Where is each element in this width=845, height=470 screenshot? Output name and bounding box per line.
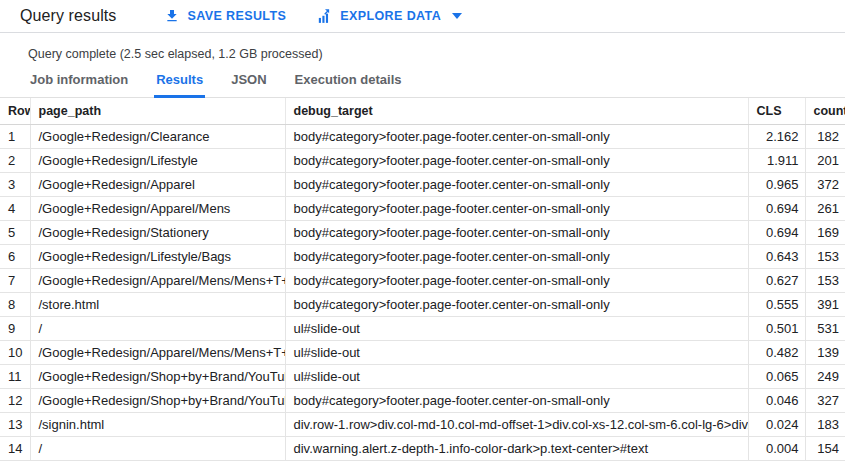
cell-cls: 0.024	[748, 412, 805, 436]
cell-row: 10	[0, 340, 30, 364]
cell-count: 391	[805, 292, 845, 316]
cell-row: 8	[0, 292, 30, 316]
cell-debug-target: div.warning.alert.z-depth-1.info-color-d…	[285, 436, 748, 460]
table-row: 6/Google+Redesign/Lifestyle/Bagsbody#cat…	[0, 244, 845, 268]
cell-row: 7	[0, 268, 30, 292]
cell-row: 11	[0, 364, 30, 388]
cell-count: 182	[805, 124, 845, 148]
table-row: 8/store.htmlbody#category>footer.page-fo…	[0, 292, 845, 316]
query-status-text: Query complete (2.5 sec elapsed, 1.2 GB …	[28, 47, 845, 61]
cell-cls: 0.482	[748, 340, 805, 364]
cell-debug-target: body#category>footer.page-footer.center-…	[285, 196, 748, 220]
results-table-body: 1/Google+Redesign/Clearancebody#category…	[0, 124, 845, 460]
cell-row: 6	[0, 244, 30, 268]
cell-cls: 1.911	[748, 148, 805, 172]
cell-count: 169	[805, 220, 845, 244]
cell-page-path: /Google+Redesign/Shop+by+Brand/YouTube	[30, 364, 285, 388]
table-row: 13/signin.htmldiv.row-1.row>div.col-md-1…	[0, 412, 845, 436]
cell-count: 139	[805, 340, 845, 364]
cell-count: 261	[805, 196, 845, 220]
cell-page-path: /store.html	[30, 292, 285, 316]
cell-debug-target: body#category>footer.page-footer.center-…	[285, 172, 748, 196]
cell-row: 1	[0, 124, 30, 148]
cell-debug-target: div.row-1.row>div.col-md-10.col-md-offse…	[285, 412, 748, 436]
tab-job-information[interactable]: Job information	[28, 72, 130, 98]
cell-page-path: /Google+Redesign/Apparel	[30, 172, 285, 196]
cell-count: 153	[805, 268, 845, 292]
save-results-label: SAVE RESULTS	[187, 9, 286, 23]
cell-cls: 0.965	[748, 172, 805, 196]
cell-page-path: /Google+Redesign/Lifestyle	[30, 148, 285, 172]
table-row: 9/ul#slide-out0.501531	[0, 316, 845, 340]
cell-debug-target: ul#slide-out	[285, 364, 748, 388]
cell-cls: 0.643	[748, 244, 805, 268]
cell-cls: 0.501	[748, 316, 805, 340]
results-tab-bar: Job information Results JSON Execution d…	[0, 72, 845, 98]
cell-cls: 0.694	[748, 220, 805, 244]
tab-json[interactable]: JSON	[229, 72, 268, 98]
cell-row: 3	[0, 172, 30, 196]
table-row: 12/Google+Redesign/Shop+by+Brand/YouTube…	[0, 388, 845, 412]
table-row: 3/Google+Redesign/Apparelbody#category>f…	[0, 172, 845, 196]
table-row: 4/Google+Redesign/Apparel/Mensbody#categ…	[0, 196, 845, 220]
cell-debug-target: body#category>footer.page-footer.center-…	[285, 244, 748, 268]
column-header-debug-target: debug_target	[285, 98, 748, 124]
cell-page-path: /Google+Redesign/Apparel/Mens/Mens+T+Shi…	[30, 268, 285, 292]
column-header-row: Row	[0, 98, 30, 124]
cell-debug-target: ul#slide-out	[285, 316, 748, 340]
table-header-row: Row page_path debug_target CLS count	[0, 98, 845, 124]
cell-row: 9	[0, 316, 30, 340]
cell-page-path: /signin.html	[30, 412, 285, 436]
cell-cls: 0.694	[748, 196, 805, 220]
tab-results[interactable]: Results	[154, 72, 205, 98]
page-title: Query results	[20, 7, 116, 25]
table-row: 11/Google+Redesign/Shop+by+Brand/YouTube…	[0, 364, 845, 388]
cell-count: 249	[805, 364, 845, 388]
cell-cls: 0.065	[748, 364, 805, 388]
cell-debug-target: ul#slide-out	[285, 340, 748, 364]
explore-data-label: EXPLORE DATA	[340, 9, 441, 23]
table-row: 2/Google+Redesign/Lifestylebody#category…	[0, 148, 845, 172]
cell-count: 154	[805, 436, 845, 460]
caret-down-icon	[452, 13, 462, 19]
table-row: 5/Google+Redesign/Stationerybody#categor…	[0, 220, 845, 244]
explore-data-button[interactable]: EXPLORE DATA	[310, 4, 468, 29]
cell-row: 13	[0, 412, 30, 436]
cell-cls: 0.627	[748, 268, 805, 292]
cell-count: 327	[805, 388, 845, 412]
save-results-button[interactable]: SAVE RESULTS	[158, 4, 292, 28]
cell-count: 201	[805, 148, 845, 172]
table-row: 10/Google+Redesign/Apparel/Mens/Mens+T+S…	[0, 340, 845, 364]
cell-page-path: /Google+Redesign/Apparel/Mens	[30, 196, 285, 220]
column-header-page-path: page_path	[30, 98, 285, 124]
table-row: 1/Google+Redesign/Clearancebody#category…	[0, 124, 845, 148]
cell-count: 153	[805, 244, 845, 268]
cell-cls: 2.162	[748, 124, 805, 148]
download-icon	[164, 8, 180, 24]
cell-row: 2	[0, 148, 30, 172]
cell-debug-target: body#category>footer.page-footer.center-…	[285, 124, 748, 148]
tab-execution-details[interactable]: Execution details	[293, 72, 404, 98]
cell-page-path: /Google+Redesign/Stationery	[30, 220, 285, 244]
table-row: 14/div.warning.alert.z-depth-1.info-colo…	[0, 436, 845, 460]
cell-page-path: /Google+Redesign/Clearance	[30, 124, 285, 148]
cell-debug-target: body#category>footer.page-footer.center-…	[285, 268, 748, 292]
cell-cls: 0.555	[748, 292, 805, 316]
cell-page-path: /	[30, 316, 285, 340]
results-table: Row page_path debug_target CLS count 1/G…	[0, 98, 845, 461]
cell-cls: 0.046	[748, 388, 805, 412]
cell-row: 14	[0, 436, 30, 460]
column-header-count: count	[805, 98, 845, 124]
cell-cls: 0.004	[748, 436, 805, 460]
cell-row: 5	[0, 220, 30, 244]
cell-debug-target: body#category>footer.page-footer.center-…	[285, 148, 748, 172]
cell-page-path: /Google+Redesign/Shop+by+Brand/YouTube	[30, 388, 285, 412]
cell-page-path: /Google+Redesign/Apparel/Mens/Mens+T+Shi…	[30, 340, 285, 364]
cell-row: 4	[0, 196, 30, 220]
query-results-toolbar: Query results SAVE RESULTS EXPLORE DATA	[0, 0, 845, 33]
column-header-cls: CLS	[748, 98, 805, 124]
cell-page-path: /Google+Redesign/Lifestyle/Bags	[30, 244, 285, 268]
table-row: 7/Google+Redesign/Apparel/Mens/Mens+T+Sh…	[0, 268, 845, 292]
bar-chart-icon	[316, 8, 333, 25]
cell-debug-target: body#category>footer.page-footer.center-…	[285, 220, 748, 244]
